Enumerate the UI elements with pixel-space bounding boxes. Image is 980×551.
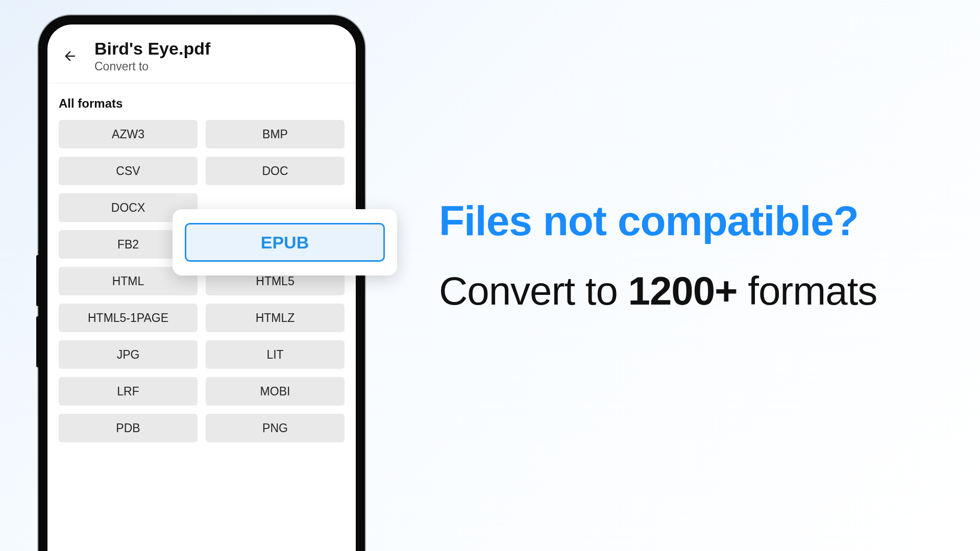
format-html5-1page[interactable]: HTML5-1PAGE [59, 304, 198, 332]
phone-frame: Bird's Eye.pdf Convert to All formats AZ… [38, 15, 365, 551]
marketing-subline: Convert to 1200+ formats [439, 266, 949, 316]
format-doc[interactable]: DOC [206, 157, 345, 185]
phone-volume-down [36, 316, 39, 367]
file-subtitle: Convert to [94, 60, 210, 73]
format-lrf[interactable]: LRF [59, 377, 198, 406]
format-grid: AZW3 BMP CSV DOC DOCX FB2 GIF HTML HTML5… [47, 120, 356, 442]
app-header: Bird's Eye.pdf Convert to [47, 24, 356, 83]
phone-screen: Bird's Eye.pdf Convert to All formats AZ… [47, 24, 356, 551]
marketing-headline: Files not compatible? [439, 199, 949, 243]
format-lit[interactable]: LIT [206, 340, 345, 369]
format-azw3[interactable]: AZW3 [59, 120, 198, 148]
marketing-sub-suffix: formats [738, 268, 877, 313]
file-title: Bird's Eye.pdf [94, 39, 210, 59]
format-jpg[interactable]: JPG [59, 340, 198, 369]
arrow-left-icon [62, 48, 78, 64]
phone-volume-up [36, 255, 39, 306]
highlight-card: EPUB [173, 209, 397, 276]
format-htmlz[interactable]: HTMLZ [206, 304, 345, 332]
header-text: Bird's Eye.pdf Convert to [94, 39, 210, 73]
marketing-sub-prefix: Convert to [439, 268, 628, 313]
format-pdb[interactable]: PDB [59, 414, 198, 442]
marketing-sub-bold: 1200+ [628, 268, 738, 313]
section-label-all-formats: All formats [47, 83, 356, 120]
format-csv[interactable]: CSV [59, 157, 198, 185]
format-bmp[interactable]: BMP [206, 120, 345, 148]
marketing-copy: Files not compatible? Convert to 1200+ f… [439, 199, 949, 316]
format-epub-highlight[interactable]: EPUB [185, 223, 385, 262]
format-png[interactable]: PNG [206, 414, 345, 442]
format-mobi[interactable]: MOBI [206, 377, 345, 406]
back-button[interactable] [59, 45, 81, 67]
